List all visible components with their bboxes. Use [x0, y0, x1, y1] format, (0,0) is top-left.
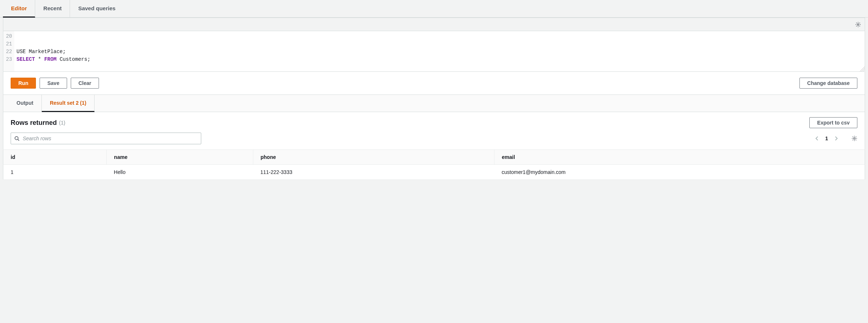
code-text: Customers;	[56, 56, 90, 62]
svg-point-0	[857, 23, 859, 25]
line-number: 20	[3, 33, 12, 40]
code-line: USE MarketPlace;	[16, 48, 863, 56]
resize-handle[interactable]	[860, 66, 865, 71]
line-gutter: 20 21 22 23	[3, 31, 14, 71]
svg-point-1	[15, 137, 18, 140]
table-header-row: id name phone email	[3, 150, 865, 165]
code-content[interactable]: USE MarketPlace;SELECT * FROM Customers;	[14, 31, 865, 71]
cell-email: customer1@mydomain.com	[494, 165, 865, 180]
results-table: id name phone email 1 Hello 111-222-3333…	[3, 149, 865, 180]
svg-line-2	[18, 140, 19, 141]
change-database-button[interactable]: Change database	[799, 78, 857, 89]
code-line	[16, 33, 863, 40]
code-area[interactable]: 20 21 22 23 USE MarketPlace;SELECT * FRO…	[3, 31, 865, 71]
search-wrap	[11, 133, 201, 144]
sql-editor: 20 21 22 23 USE MarketPlace;SELECT * FRO…	[3, 18, 865, 72]
cell-phone: 111-222-3333	[253, 165, 494, 180]
cell-id: 1	[3, 165, 107, 180]
result-tabs: Output Result set 2 (1)	[3, 95, 865, 112]
save-button[interactable]: Save	[40, 78, 67, 89]
editor-action-bar: Run Save Clear Change database	[3, 72, 865, 95]
editor-header	[3, 18, 865, 31]
sql-keyword: FROM	[44, 56, 57, 62]
tab-saved-queries[interactable]: Saved queries	[70, 0, 124, 17]
results-header: Rows returned (1) Export to csv	[3, 112, 865, 131]
query-editor-app: Editor Recent Saved queries 20 21 22 23 …	[0, 0, 868, 180]
cell-name: Hello	[107, 165, 253, 180]
chevron-left-icon[interactable]	[815, 136, 819, 141]
code-line	[16, 40, 863, 48]
top-tabs: Editor Recent Saved queries	[0, 0, 868, 18]
svg-point-3	[854, 138, 855, 139]
clear-button[interactable]: Clear	[71, 78, 99, 89]
line-number: 23	[3, 56, 12, 63]
rows-returned-count: (1)	[59, 120, 65, 126]
search-input[interactable]	[11, 133, 201, 144]
column-header-phone[interactable]: phone	[253, 150, 494, 165]
export-csv-button[interactable]: Export to csv	[809, 117, 857, 128]
tab-recent[interactable]: Recent	[35, 0, 70, 17]
run-button[interactable]: Run	[11, 78, 36, 89]
pagination: 1	[815, 135, 857, 141]
tab-editor[interactable]: Editor	[3, 0, 35, 18]
page-number: 1	[825, 135, 828, 141]
line-number: 21	[3, 40, 12, 48]
rows-returned-title: Rows returned	[11, 119, 57, 127]
search-icon	[14, 136, 19, 141]
column-header-email[interactable]: email	[494, 150, 865, 165]
column-header-id[interactable]: id	[3, 150, 107, 165]
line-number: 22	[3, 48, 12, 56]
chevron-right-icon[interactable]	[834, 136, 838, 141]
sql-keyword: SELECT	[16, 56, 35, 62]
column-header-name[interactable]: name	[107, 150, 253, 165]
tab-output[interactable]: Output	[8, 95, 42, 112]
table-row[interactable]: 1 Hello 111-222-3333 customer1@mydomain.…	[3, 165, 865, 180]
code-line: SELECT * FROM Customers;	[16, 56, 863, 63]
code-text: *	[35, 56, 44, 62]
results-tools: 1	[3, 131, 865, 149]
gear-icon[interactable]	[855, 22, 861, 27]
gear-icon[interactable]	[852, 135, 857, 141]
tab-result-set[interactable]: Result set 2 (1)	[42, 95, 95, 112]
